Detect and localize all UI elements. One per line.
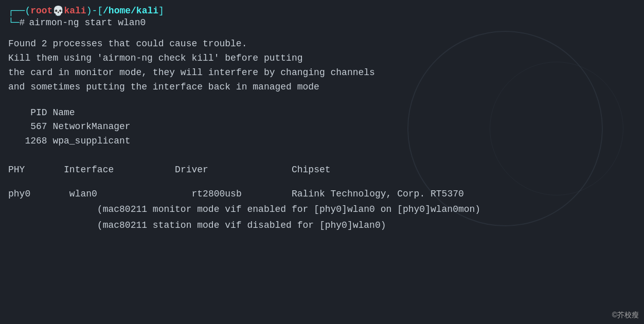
process-row-2: 1268 wpa_supplicant bbox=[8, 134, 636, 149]
phy-value: phy0 bbox=[8, 189, 30, 199]
output-line-4: and sometimes putting the interface back… bbox=[8, 80, 636, 95]
phy-mac-row-1: (mac80211 monitor mode vif enabled for [… bbox=[8, 202, 636, 218]
command-line: └─#airmon-ng start wlan0 bbox=[8, 17, 636, 28]
phy-iface-spacer bbox=[30, 189, 69, 199]
interface-col: Interface bbox=[64, 165, 114, 175]
phy-mac-row-2: (mac80211 station mode vif disabled for … bbox=[8, 218, 636, 233]
prompt-path: /home/kali bbox=[103, 6, 158, 16]
prompt-host: kali bbox=[64, 6, 86, 16]
chipset-col: Chipset bbox=[292, 165, 331, 175]
spacer-2 bbox=[8, 152, 636, 160]
phy-table: PHY Interface Driver Chipset phy0 wlan0 … bbox=[8, 162, 636, 233]
watermark-text: ©芥校瘦 bbox=[612, 311, 639, 319]
spacer-3 bbox=[8, 178, 636, 186]
spacer-1 bbox=[8, 95, 636, 103]
iface-driver-spacer bbox=[97, 189, 192, 199]
process-table: PID Name 567 NetworkManager 1268 wpa_sup… bbox=[8, 106, 636, 149]
output-line-2: Kill them using 'airmon-ng check kill' b… bbox=[8, 51, 636, 66]
phy-table-header: PHY Interface Driver Chipset bbox=[8, 162, 636, 178]
chipset-value: Ralink Technology, Corp. RT5370 bbox=[292, 189, 464, 199]
command-text: airmon-ng start wlan0 bbox=[29, 17, 146, 28]
prompt-bracket-line: ┌──(root💀kali)-[/home/kali] bbox=[8, 5, 636, 16]
prompt-dash-bracket: )-[ bbox=[86, 6, 103, 16]
output-line-3: the card in monitor mode, they will inte… bbox=[8, 66, 636, 80]
phy-data-row: phy0 wlan0 rt2800usb Ralink Technology, … bbox=[8, 186, 636, 202]
watermark: ©芥校瘦 bbox=[612, 311, 639, 320]
driver-spacer bbox=[208, 165, 292, 175]
process-table-header: PID Name bbox=[8, 106, 636, 120]
terminal-window: ┌──(root💀kali)-[/home/kali] └─#airmon-ng… bbox=[0, 0, 644, 324]
prompt-skull: 💀 bbox=[52, 5, 64, 16]
driver-chipset-spacer bbox=[242, 189, 292, 199]
iface-value: wlan0 bbox=[69, 189, 97, 199]
process-row-1: 567 NetworkManager bbox=[8, 120, 636, 134]
output-block: Found 2 processes that could cause troub… bbox=[8, 37, 636, 95]
phy-spacer bbox=[25, 165, 64, 175]
interface-spacer bbox=[114, 165, 175, 175]
prompt-corner: └─ bbox=[8, 17, 20, 28]
prompt-hash: # bbox=[20, 17, 25, 28]
driver-value: rt2800usb bbox=[192, 189, 242, 199]
driver-col: Driver bbox=[175, 165, 208, 175]
prompt-bracket-open: ┌──( bbox=[8, 6, 30, 16]
phy-col: PHY bbox=[8, 165, 25, 175]
output-line-1: Found 2 processes that could cause troub… bbox=[8, 37, 636, 51]
prompt-user: root bbox=[30, 6, 52, 16]
prompt-bracket-close: ] bbox=[158, 6, 164, 16]
